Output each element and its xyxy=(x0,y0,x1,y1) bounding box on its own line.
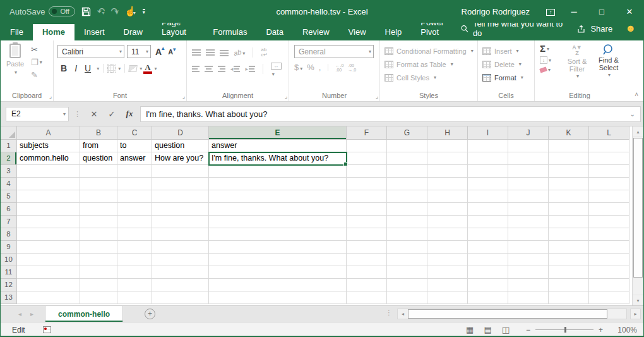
cell-F5[interactable] xyxy=(347,190,387,203)
cell-F7[interactable] xyxy=(347,216,387,228)
cell-K8[interactable] xyxy=(549,228,589,241)
row-header-1[interactable]: 1 xyxy=(1,140,17,152)
row-header-5[interactable]: 5 xyxy=(1,190,17,203)
cell-I7[interactable] xyxy=(468,216,508,228)
sheet-tab-common-hello[interactable]: common-hello xyxy=(45,306,123,322)
row-header-13[interactable]: 13 xyxy=(1,291,17,304)
row-header-2[interactable]: 2 xyxy=(1,152,17,165)
cell-E11[interactable] xyxy=(209,266,347,279)
cell-G1[interactable] xyxy=(387,140,427,152)
cell-J12[interactable] xyxy=(508,279,549,291)
autosave-toggle[interactable]: AutoSave Off xyxy=(9,6,75,16)
cell-K7[interactable] xyxy=(549,216,589,228)
cell-F12[interactable] xyxy=(347,279,387,291)
cell-J5[interactable] xyxy=(508,190,549,203)
share-button[interactable]: Share xyxy=(577,24,612,34)
autosave-pill[interactable]: Off xyxy=(49,6,75,16)
column-header-D[interactable]: D xyxy=(152,126,209,140)
cell-L12[interactable] xyxy=(589,279,629,291)
cell-L2[interactable] xyxy=(589,152,629,165)
tab-insert[interactable]: Insert xyxy=(75,24,114,40)
cell-C6[interactable] xyxy=(117,203,152,216)
cell-C9[interactable] xyxy=(117,241,152,254)
cell-A3[interactable] xyxy=(17,165,80,178)
cell-A5[interactable] xyxy=(17,190,80,203)
alignment-dialog-launcher-icon[interactable]: ⌟ xyxy=(285,93,287,99)
scroll-down-icon[interactable]: ▾ xyxy=(633,295,643,305)
cell-A4[interactable] xyxy=(17,178,80,190)
insert-function-button[interactable]: fx xyxy=(121,109,138,119)
cell-G2[interactable] xyxy=(387,152,427,165)
tab-formulas[interactable]: Formulas xyxy=(203,24,256,40)
cell-H11[interactable] xyxy=(427,266,468,279)
cell-G12[interactable] xyxy=(387,279,427,291)
name-box-dropdown[interactable]: ▾ xyxy=(63,111,66,117)
cell-K4[interactable] xyxy=(549,178,589,190)
page-break-view-icon[interactable]: ◫ xyxy=(502,325,510,334)
cell-B4[interactable] xyxy=(80,178,117,190)
cell-H12[interactable] xyxy=(427,279,468,291)
customize-qat-icon[interactable]: ▾ xyxy=(143,9,145,15)
row-header-6[interactable]: 6 xyxy=(1,203,17,216)
cell-C5[interactable] xyxy=(117,190,152,203)
vertical-scrollbar[interactable]: ▴ ▾ xyxy=(632,126,643,305)
cell-K5[interactable] xyxy=(549,190,589,203)
cell-B3[interactable] xyxy=(80,165,117,178)
cell-D8[interactable] xyxy=(152,228,209,241)
prev-sheet-icon[interactable]: ◂ xyxy=(18,310,21,317)
tab-scrollbar-splitter[interactable]: ⋮ xyxy=(386,309,392,316)
scroll-right-icon[interactable]: ▸ xyxy=(630,309,641,319)
macro-record-icon[interactable] xyxy=(43,326,51,333)
cell-D13[interactable] xyxy=(152,291,209,304)
cell-H13[interactable] xyxy=(427,291,468,304)
page-layout-view-icon[interactable]: ▤ xyxy=(484,325,491,334)
font-dialog-launcher-icon[interactable]: ⌟ xyxy=(182,93,185,99)
cell-E2[interactable]: I'm fine, thanks. What about you? xyxy=(209,152,347,165)
cell-I13[interactable] xyxy=(468,291,508,304)
cell-B1[interactable]: from xyxy=(80,140,117,152)
underline-dropdown[interactable]: ▾ xyxy=(97,66,99,71)
number-dialog-launcher-icon[interactable]: ⌟ xyxy=(376,93,378,99)
ribbon-display-options-icon[interactable]: ↑ xyxy=(541,7,560,16)
tab-draw[interactable]: Draw xyxy=(114,24,152,40)
align-bottom-button[interactable] xyxy=(220,49,229,56)
row-header-10[interactable]: 10 xyxy=(1,254,17,266)
paste-button[interactable]: Paste ▾ xyxy=(4,44,26,80)
cell-K11[interactable] xyxy=(549,266,589,279)
format-as-table-button[interactable]: Format as Table▾ xyxy=(385,59,477,70)
cell-K1[interactable] xyxy=(549,140,589,152)
cell-E5[interactable] xyxy=(209,190,347,203)
merge-center-button[interactable]: ↔▾ xyxy=(271,61,283,77)
cell-L3[interactable] xyxy=(589,165,629,178)
minimize-button[interactable]: ─ xyxy=(560,0,588,23)
row-header-3[interactable]: 3 xyxy=(1,165,17,178)
cell-C4[interactable] xyxy=(117,178,152,190)
cell-L11[interactable] xyxy=(589,266,629,279)
zoom-in-icon[interactable]: + xyxy=(599,326,603,334)
cell-B2[interactable]: question xyxy=(80,152,117,165)
cell-A7[interactable] xyxy=(17,216,80,228)
clear-button[interactable]: ▾ xyxy=(540,67,560,73)
cell-K3[interactable] xyxy=(549,165,589,178)
horizontal-scroll-thumb[interactable] xyxy=(408,309,607,319)
scroll-up-icon[interactable]: ▴ xyxy=(633,126,643,137)
expand-formula-bar-icon[interactable]: ⌄ xyxy=(630,111,635,118)
cell-B5[interactable] xyxy=(80,190,117,203)
font-size-combo[interactable]: 11▾ xyxy=(127,45,151,58)
cell-B12[interactable] xyxy=(80,279,117,291)
wrap-text-button[interactable]: abc↵ xyxy=(261,47,268,58)
cell-L6[interactable] xyxy=(589,203,629,216)
percent-style-button[interactable]: % xyxy=(307,63,314,72)
column-header-I[interactable]: I xyxy=(468,126,508,140)
column-header-B[interactable]: B xyxy=(80,126,117,140)
cell-I2[interactable] xyxy=(468,152,508,165)
column-header-K[interactable]: K xyxy=(549,126,589,140)
zoom-slider-knob[interactable] xyxy=(564,327,566,333)
zoom-slider[interactable] xyxy=(535,329,593,330)
cell-F13[interactable] xyxy=(347,291,387,304)
cell-C3[interactable] xyxy=(117,165,152,178)
vertical-scroll-thumb[interactable] xyxy=(633,138,643,278)
number-format-combo[interactable]: General▾ xyxy=(294,45,374,58)
cell-K2[interactable] xyxy=(549,152,589,165)
autosum-button[interactable]: Σ▾ xyxy=(540,44,560,53)
